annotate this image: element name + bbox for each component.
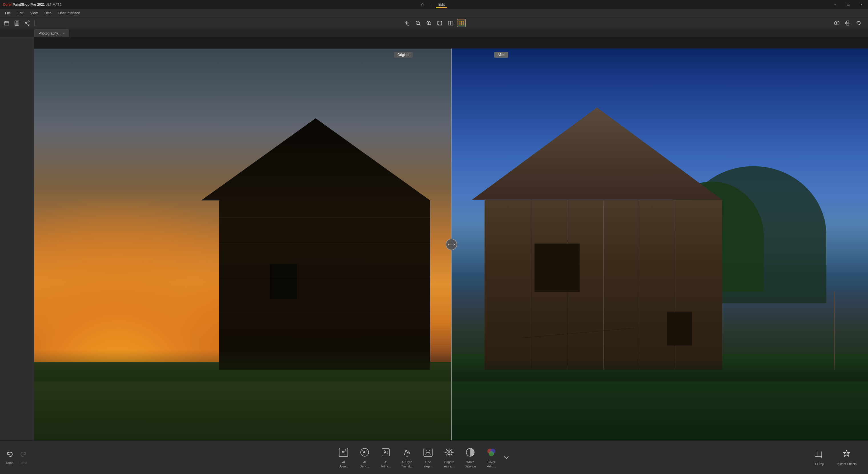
separator: | [429, 3, 430, 7]
hand-tool-button[interactable] [403, 19, 411, 27]
menu-view[interactable]: View [27, 10, 40, 16]
svg-rect-3 [16, 24, 18, 25]
svg-line-46 [446, 454, 447, 455]
app-title: Corel PaintShop Pro 2021 ULTIMATE [3, 3, 62, 6]
crop-label: 1 Crop [815, 462, 824, 466]
title-center-area: ⌂ | Edit [421, 2, 447, 8]
color-adjust-icon [486, 446, 497, 458]
after-label: After [494, 52, 508, 58]
svg-line-43 [446, 449, 447, 450]
svg-text:AI: AI [363, 450, 367, 454]
color-adjust-label: ColorAdju... [487, 460, 496, 468]
white-balance-tool[interactable]: WhiteBalance [460, 444, 481, 471]
split-handle[interactable]: ⟺ [446, 239, 457, 250]
svg-line-15 [430, 24, 431, 25]
ai-style-tool[interactable]: AI AI StyleTransf... [396, 444, 417, 471]
brightness-label: Brightness a... [444, 460, 454, 468]
svg-rect-2 [16, 21, 18, 23]
svg-text:AI: AI [406, 455, 408, 458]
more-tools-button[interactable] [502, 453, 510, 462]
ai-upscale-tool[interactable]: AI AIUpsa... [333, 444, 354, 471]
rotate-button[interactable] [854, 19, 863, 27]
split-active-button[interactable] [457, 19, 466, 27]
svg-rect-25 [846, 24, 849, 25]
instant-effects-label: Instant Effects [837, 462, 857, 466]
color-adjust-tool[interactable]: ColorAdju... [481, 444, 502, 471]
ai-denoise-tool[interactable]: AI AIDeno... [354, 444, 375, 471]
brightness-tool[interactable]: Brightness a... [439, 444, 460, 471]
ai-denoise-icon: AI [359, 446, 371, 458]
zoom-in-button[interactable] [425, 19, 433, 27]
ai-style-label: AI StyleTransf... [401, 460, 412, 468]
one-step-icon [422, 446, 434, 458]
canvas-area: ⟺ Original After [34, 37, 868, 440]
one-step-label: Onestep... [424, 460, 432, 468]
main-area: ⟺ Original After [0, 37, 868, 440]
one-step-tool[interactable]: Onestep... [417, 444, 439, 471]
svg-text:AI: AI [342, 450, 345, 454]
split-view-button[interactable] [446, 19, 455, 27]
minimize-button[interactable]: − [829, 0, 842, 9]
ai-upscale-label: AIUpsa... [339, 460, 349, 468]
svg-point-30 [362, 450, 363, 451]
redo-icon [20, 450, 27, 460]
mirror-h-button[interactable] [833, 19, 841, 27]
right-end-tools: 1 Crop Instant Effects [807, 446, 862, 468]
svg-line-8 [26, 24, 28, 25]
share-button[interactable] [23, 19, 31, 27]
after-image-panel [451, 49, 868, 440]
menu-edit[interactable]: Edit [14, 10, 26, 16]
split-divider: ⟺ [451, 49, 452, 440]
crop-tool[interactable]: 1 Crop [807, 446, 831, 468]
window-controls: − □ × [829, 0, 868, 9]
svg-line-44 [451, 454, 452, 455]
svg-line-45 [451, 449, 452, 450]
tools-strip: AI AIUpsa... AI AIDeno... [36, 444, 807, 471]
ai-denoise-label: AIDeno... [360, 460, 370, 468]
menu-file[interactable]: File [2, 10, 13, 16]
menu-ui[interactable]: User Interface [56, 10, 83, 16]
brightness-icon [443, 446, 455, 458]
svg-point-32 [363, 454, 364, 455]
app-name: PaintShop Pro [12, 3, 37, 6]
tab-close-button[interactable]: × [63, 32, 65, 35]
after-image [451, 49, 868, 440]
white-balance-icon [464, 446, 476, 458]
svg-rect-23 [837, 22, 839, 24]
instant-effects-tool[interactable]: Instant Effects [831, 446, 862, 468]
undo-redo-group: Undo Redo [6, 450, 27, 465]
svg-line-11 [419, 24, 420, 25]
undo-label: Undo [6, 461, 13, 465]
menu-help[interactable]: Help [42, 10, 55, 16]
open-button[interactable] [2, 19, 11, 27]
document-tab[interactable]: Photography... × [34, 29, 69, 37]
image-display: ⟺ Original After [34, 49, 868, 440]
undo-redo-section: Undo Redo [6, 450, 27, 465]
original-image-panel [34, 49, 451, 440]
ai-artifact-label: AIArtifa... [381, 460, 391, 468]
svg-rect-22 [835, 22, 837, 24]
fit-window-button[interactable] [435, 19, 444, 27]
home-icon[interactable]: ⌂ [421, 2, 424, 7]
tab-bar: Photography... × [0, 29, 868, 37]
left-sidebar [0, 37, 34, 440]
instant-effects-icon [841, 448, 852, 460]
flip-v-button[interactable] [843, 19, 852, 27]
main-toolbar [0, 17, 868, 29]
redo-button[interactable]: Redo [20, 450, 27, 465]
svg-point-6 [25, 22, 27, 24]
tab-label: Photography... [38, 31, 61, 35]
undo-button[interactable]: Undo [6, 450, 14, 465]
svg-rect-24 [846, 21, 849, 23]
ai-artifact-tool[interactable]: AI AIArtifa... [375, 444, 396, 471]
zoom-out-button[interactable] [414, 19, 422, 27]
maximize-button[interactable]: □ [842, 0, 855, 9]
undo-icon [6, 450, 14, 460]
title-bar: Corel PaintShop Pro 2021 ULTIMATE ⌂ | Ed… [0, 0, 868, 9]
bottom-toolbar: Undo Redo AI [0, 440, 868, 474]
ai-upscale-icon: AI [338, 446, 349, 458]
edit-mode-button[interactable]: Edit [436, 2, 447, 8]
original-image [34, 49, 451, 440]
save-button[interactable] [12, 19, 21, 27]
close-button[interactable]: × [855, 0, 868, 9]
